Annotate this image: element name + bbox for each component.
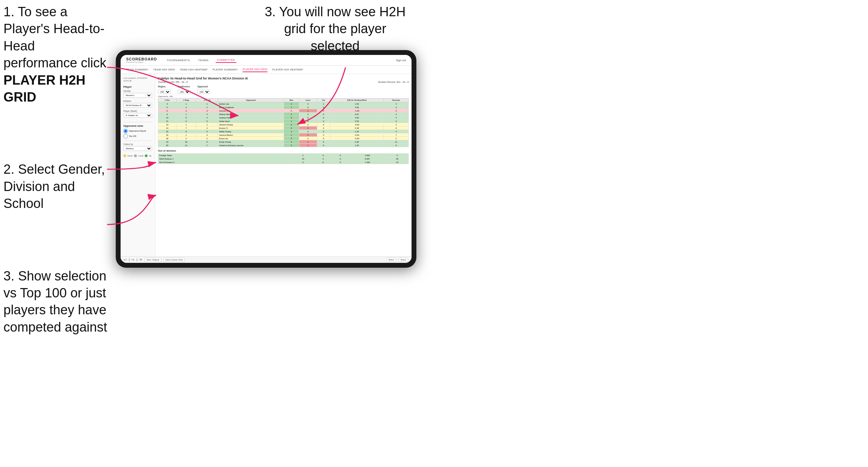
sub-nav-team-summary[interactable]: TEAM SUMMARY — [126, 67, 149, 72]
radio-opponents-played[interactable]: Opponents Played — [123, 129, 152, 133]
gender-select[interactable]: Women's — [123, 93, 152, 98]
cell-reg: 2 — [176, 120, 196, 123]
sub-nav-player-h2h-heatmap[interactable]: PLAYER H2H HEATMAP — [272, 67, 303, 72]
redo-icon[interactable]: ↪ — [132, 258, 134, 261]
save-custom-view-btn[interactable]: Save Custom View — [163, 258, 185, 262]
sub-nav-player-h2h-grid[interactable]: PLAYER H2H GRID — [243, 67, 267, 72]
ood-cell-win: 15 — [292, 157, 314, 161]
ood-cell-rounds: 30 — [386, 157, 408, 161]
table-row: 14 7 4 Eunice Yi 2 2 0 0.38 9 — [158, 126, 409, 130]
region-filter-group: Region (All) — [158, 85, 171, 94]
cell-reg: 1 — [176, 113, 196, 116]
cell-opponent: Emily Chang — [218, 140, 284, 144]
cell-reg: 1 — [176, 102, 196, 106]
share-btn[interactable]: Share — [398, 258, 408, 262]
cell-tie: 0 — [317, 116, 330, 120]
cell-loss: 0 — [299, 123, 317, 126]
ood-cell-diff: 4.500 — [349, 154, 386, 157]
cell-rounds: 4 — [384, 102, 408, 106]
right-panel: Katelyn Vo Head-to-Head Grid for Women's… — [155, 74, 412, 256]
cell-conf: 5 — [196, 130, 218, 133]
cell-win: 2 — [284, 116, 299, 120]
table-row: 13 1 1 Jessica Huang 2 0 0 -3.00 2 — [158, 123, 409, 126]
sub-nav-team-h2h-heatmap[interactable]: TEAM H2H HEATMAP — [180, 67, 208, 72]
cell-win: 2 — [284, 144, 299, 147]
watch-btn[interactable]: Watch — [386, 258, 396, 262]
player-rank-select[interactable]: 8. Katelyn Vo — [123, 113, 152, 118]
cell-div: 6 — [158, 109, 177, 113]
ood-table-row: NCAA Division 2 5 0 0 7.400 10 — [158, 161, 409, 164]
radio-top100[interactable]: Top 100 — [123, 134, 152, 139]
cell-win: 2 — [284, 126, 299, 130]
colour-by-label: Colour by — [123, 143, 152, 145]
cell-loss: 2 — [299, 126, 317, 130]
refresh-icon[interactable]: ⟳ — [140, 258, 142, 261]
navbar: SCOREBOARD Powered by clippd TOURNAMENTS… — [121, 55, 412, 66]
cell-opponent: Esther Lee — [218, 102, 284, 106]
sub-nav-player-summary[interactable]: PLAYER SUMMARY — [213, 67, 238, 72]
ood-cell-team: NCAA Division 2 — [158, 161, 292, 164]
cell-diff: -1.00 — [330, 109, 384, 113]
instruction-step3-left: 3. Show selection vs Top 100 or just pla… — [3, 268, 111, 336]
nav-committee[interactable]: COMMITTEE — [216, 58, 237, 63]
nav-tournaments[interactable]: TOURNAMENTS — [165, 58, 191, 63]
col-diff: Diff Av Strokes/Rnd — [330, 98, 384, 102]
cell-loss: 2 — [299, 133, 317, 137]
step2-text: 2. Select Gender, Division and School — [3, 162, 105, 211]
colour-by-select[interactable]: Win/loss — [123, 146, 152, 151]
ood-table-row: NAIA Division 1 15 0 0 9.267 30 — [158, 157, 409, 161]
cell-loss: 0 — [299, 106, 317, 109]
overall-record: Overall Record: 353 - 34 - 6 — [158, 81, 188, 83]
cell-tie: 1 — [317, 102, 330, 106]
cell-conf: 4 — [196, 113, 218, 116]
cell-diff: -0.94 — [330, 133, 384, 137]
table-row: 11 2 5 Heejo Hyun 1 0 0 3.33 3 — [158, 120, 409, 123]
cell-win: 2 — [284, 137, 299, 140]
cell-rounds: 3 — [384, 113, 408, 116]
cell-conf: 3 — [196, 133, 218, 137]
grid-subtitle: Overall Record: 353 - 34 - 6 Division Re… — [158, 81, 409, 83]
cell-conf: 3 — [196, 109, 218, 113]
opponent-select[interactable]: (All) — [197, 90, 210, 94]
undo-icon[interactable]: ↩ — [124, 258, 127, 261]
sub-nav-team-h2h-grid[interactable]: TEAM H2H GRID — [153, 67, 175, 72]
opponent-view-title: Opponent view — [123, 124, 152, 127]
ood-cell-loss: 0 — [314, 154, 332, 157]
legend-level-dot — [134, 154, 137, 157]
cell-opponent: Alexis Sudjianto — [218, 106, 284, 109]
ood-cell-loss: 0 — [314, 157, 332, 161]
col-opponent: Opponent — [218, 98, 284, 102]
cell-opponent: Sydney Kuo — [218, 109, 284, 113]
region-label: Region — [158, 85, 171, 88]
cell-tie: 0 — [317, 140, 330, 144]
table-row: 19 10 6 Emily Chang 4 1 0 0.30 11 — [158, 140, 409, 144]
division-record: Division Record: 331 - 34 - 6 — [378, 81, 409, 83]
sign-out[interactable]: Sign out — [396, 59, 406, 62]
cell-div: 20 — [158, 144, 177, 147]
cell-opponent: Jessica Huang — [218, 123, 284, 126]
main-data-table: # Div # Reg # Conf Opponent Win Loss Tie… — [158, 98, 409, 147]
bottom-toolbar: ↩ | ↪ | ⟳ View: Original Save Custom Vie… — [121, 256, 412, 263]
view-original-btn[interactable]: View: Original — [144, 258, 161, 262]
cell-conf: 1 — [196, 123, 218, 126]
cell-conf: 3 — [196, 116, 218, 120]
region-select[interactable]: (All) — [158, 90, 171, 94]
cell-rounds: 4 — [384, 116, 408, 120]
conference-select[interactable]: (All) — [178, 90, 190, 94]
table-row: 6 3 3 Sydney Kuo 0 1 0 -1.00 3 — [158, 109, 409, 113]
cell-conf: 6 — [196, 140, 218, 144]
opponent-filter-group: Opponent (All) — [197, 85, 210, 94]
table-row: 16 1 3 Jessica Mason 1 2 0 -0.94 7 — [158, 133, 409, 137]
cell-opponent: Andrea York — [218, 116, 284, 120]
cell-div: 11 — [158, 120, 177, 123]
cell-opponent: Eunice Yi — [218, 126, 284, 130]
cell-loss: 1 — [299, 144, 317, 147]
opponent-filter-label: Opponent — [197, 85, 210, 88]
legend-up-label: Up — [149, 155, 152, 157]
cell-reg: 2 — [176, 137, 196, 140]
table-row: 3 1 1 Esther Lee 1 0 1 1.50 4 — [158, 102, 409, 106]
out-of-division-title: Out of division — [158, 149, 409, 152]
division-select[interactable]: NCAA Division III — [123, 103, 152, 108]
col-div: # Div — [158, 98, 177, 102]
nav-teams[interactable]: TEAMS — [197, 58, 210, 63]
